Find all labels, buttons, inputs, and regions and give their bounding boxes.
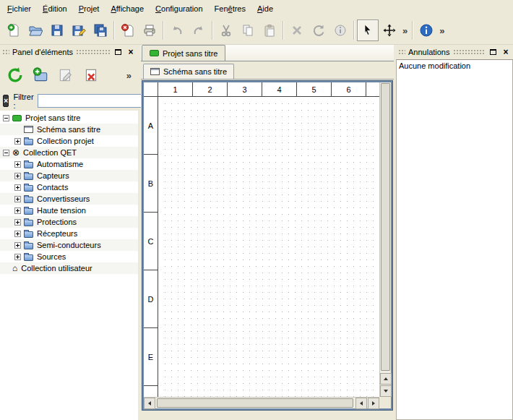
rotate-icon: [311, 23, 326, 38]
undo-history-list[interactable]: Aucune modification: [396, 59, 513, 420]
collapse-icon[interactable]: [3, 150, 9, 156]
tree-item-collection-qet[interactable]: ⊗ Collection QET: [0, 147, 138, 158]
horizontal-scrollbar-thumb[interactable]: [157, 398, 353, 408]
open-folder-icon: [28, 23, 43, 38]
rotate-button[interactable]: [308, 20, 329, 41]
edit-element-button[interactable]: [55, 64, 77, 87]
collapse-icon[interactable]: [3, 115, 9, 121]
open-button[interactable]: [25, 20, 46, 41]
expand-icon[interactable]: [14, 161, 21, 168]
tab-schema-sans-titre[interactable]: Schéma sans titre: [143, 64, 234, 79]
elements-panel-titlebar[interactable]: Panel d'éléments ×: [0, 45, 138, 59]
dock-float-button[interactable]: [488, 47, 498, 57]
expand-icon[interactable]: [14, 242, 21, 249]
move-tool-button[interactable]: [379, 20, 400, 41]
expand-icon[interactable]: [14, 196, 21, 202]
tree-item-automatisme[interactable]: Automatisme: [0, 158, 138, 170]
expand-icon[interactable]: [14, 207, 21, 214]
menu-projet[interactable]: Projet: [73, 0, 105, 17]
filter-input[interactable]: [38, 94, 146, 108]
redo-icon: [191, 23, 206, 38]
about-button[interactable]: [415, 20, 437, 41]
undo-dock-titlebar[interactable]: Annulations ×: [396, 45, 513, 59]
new-document-button[interactable]: [3, 20, 25, 41]
tools-overflow-chevron[interactable]: »: [400, 25, 410, 36]
scroll-down-button[interactable]: [380, 385, 392, 397]
main-toolbar: » »: [0, 17, 513, 45]
tree-item-protections[interactable]: Protections: [0, 216, 138, 228]
reload-collections-button[interactable]: [4, 64, 26, 87]
delete-element-button[interactable]: [80, 64, 102, 87]
expand-icon[interactable]: [14, 231, 21, 237]
tree-item-schema-sans-titre[interactable]: Schéma sans titre: [0, 124, 138, 135]
menu-configuration[interactable]: Configuration: [150, 0, 208, 17]
tree-item-collection-utilisateur[interactable]: ⌂ Collection utilisateur: [0, 262, 138, 274]
expand-icon[interactable]: [14, 184, 21, 191]
select-tool-button[interactable]: [357, 20, 379, 41]
delete-button[interactable]: [286, 20, 308, 41]
save-as-button[interactable]: [68, 20, 90, 41]
menu-aide[interactable]: Aide: [251, 0, 279, 17]
expand-icon[interactable]: [14, 219, 21, 226]
diagram-canvas[interactable]: [159, 98, 379, 397]
vertical-scrollbar-thumb[interactable]: [381, 83, 390, 371]
tree-item-recepteurs[interactable]: Récepteurs: [0, 228, 138, 239]
tree-item-collection-projet[interactable]: Collection projet: [0, 135, 138, 147]
tree-item-projet-sans-titre[interactable]: Projet sans titre: [0, 112, 138, 124]
tree-item-contacts[interactable]: Contacts: [0, 181, 138, 193]
cut-button[interactable]: [215, 20, 237, 41]
scroll-up-button[interactable]: [380, 373, 392, 385]
dock-handle[interactable]: [76, 49, 110, 55]
dock-float-button[interactable]: [113, 47, 123, 57]
print-button[interactable]: [139, 20, 160, 41]
folder-icon: [24, 241, 33, 249]
vertical-scrollbar[interactable]: [379, 82, 391, 397]
panel-overflow-chevron[interactable]: »: [124, 70, 134, 81]
menu-fichier[interactable]: Fichier: [1, 0, 37, 17]
tree-item-haute-tension[interactable]: Haute tension: [0, 205, 138, 216]
close-file-button[interactable]: [117, 20, 139, 41]
tree-item-semi-conducteurs[interactable]: Semi-conducteurs: [0, 239, 138, 251]
horizontal-scrollbar[interactable]: [144, 397, 379, 408]
dock-handle[interactable]: [2, 49, 9, 55]
diagram-viewport: 1 2 3 4 5 6 A B C D E: [144, 82, 379, 397]
menu-fenetres[interactable]: Fenêtres: [209, 0, 251, 17]
folder-icon: [24, 137, 33, 145]
tree-item-sources[interactable]: Sources: [0, 251, 138, 262]
clear-filter-button[interactable]: ×: [3, 95, 9, 107]
menu-label: Aide: [257, 4, 273, 13]
copy-button[interactable]: [237, 20, 259, 41]
expand-icon[interactable]: [14, 138, 21, 145]
dock-handle[interactable]: [453, 49, 486, 55]
expand-icon[interactable]: [14, 254, 21, 260]
row-ruler-cell: E: [144, 328, 158, 386]
new-element-button[interactable]: [30, 64, 51, 87]
schema-icon: [24, 126, 33, 133]
save-icon: [50, 23, 64, 38]
undo-button[interactable]: [166, 20, 188, 41]
cut-icon: [219, 23, 233, 38]
save-all-button[interactable]: [90, 20, 111, 41]
dock-handle[interactable]: [398, 49, 405, 55]
tree-item-convertisseurs[interactable]: Convertisseurs: [0, 193, 138, 205]
tab-projet-sans-titre[interactable]: Projet sans titre: [142, 45, 225, 61]
menu-affichage[interactable]: Affichage: [105, 0, 150, 17]
redo-button[interactable]: [188, 20, 210, 41]
save-button[interactable]: [46, 20, 68, 41]
row-ruler-cell: C: [144, 213, 158, 270]
menu-edition[interactable]: Édition: [37, 0, 73, 17]
expand-icon[interactable]: [14, 173, 21, 179]
tree-item-capteurs[interactable]: Capteurs: [0, 170, 138, 181]
element-info-button[interactable]: [329, 20, 351, 41]
arrow-right-icon: [372, 401, 375, 406]
dock-close-button[interactable]: ×: [126, 47, 136, 57]
toolbar-overflow-chevron[interactable]: »: [437, 25, 447, 36]
column-ruler-cell: 1: [158, 82, 193, 96]
scroll-left-button[interactable]: [144, 398, 155, 409]
paste-button[interactable]: [259, 20, 280, 41]
dock-close-button[interactable]: ×: [501, 47, 511, 57]
row-ruler-cell: D: [144, 270, 158, 328]
scroll-right-button[interactable]: [368, 398, 379, 409]
scroll-left-button-2[interactable]: [355, 398, 367, 409]
row-ruler: A B C D E: [144, 97, 158, 397]
